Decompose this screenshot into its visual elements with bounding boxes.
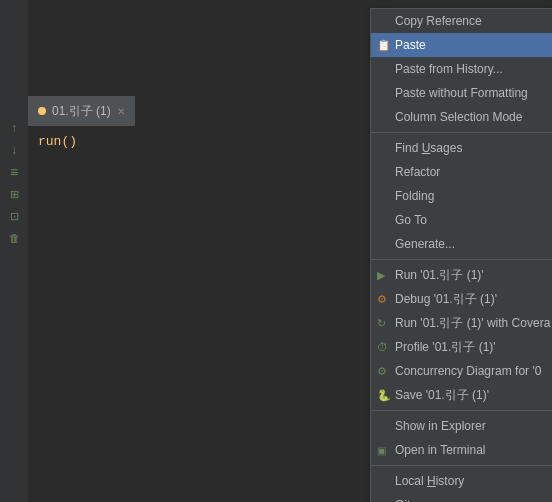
gutter-icon-box[interactable]: ⊡ [6, 208, 22, 224]
open-terminal-label: Open in Terminal [395, 443, 486, 457]
column-selection-label: Column Selection Mode [395, 110, 522, 124]
top-hint-area [28, 0, 48, 96]
paste-label: Paste [395, 38, 426, 52]
menu-item-paste-history[interactable]: Paste from History... [371, 57, 552, 81]
profile-label: Profile '01.引子 (1)' [395, 339, 496, 356]
paste-no-format-label: Paste without Formatting [395, 86, 528, 100]
menu-item-open-terminal[interactable]: ▣ Open in Terminal [371, 438, 552, 462]
menu-item-debug[interactable]: ⚙ Debug '01.引子 (1)' [371, 287, 552, 311]
concurrency-icon: ⚙ [377, 365, 387, 378]
menu-item-git[interactable]: Git [371, 493, 552, 502]
menu-item-run-coverage[interactable]: ↻ Run '01.引子 (1)' with Covera [371, 311, 552, 335]
menu-item-generate[interactable]: Generate... [371, 232, 552, 256]
menu-item-go-to[interactable]: Go To [371, 208, 552, 232]
menu-item-profile[interactable]: ⏱ Profile '01.引子 (1)' [371, 335, 552, 359]
gutter-icon-grid[interactable]: ⊞ [6, 186, 22, 202]
separator-1 [371, 132, 552, 133]
menu-item-copy-reference[interactable]: Copy Reference [371, 9, 552, 33]
menu-item-refactor[interactable]: Refactor [371, 160, 552, 184]
git-label: Git [395, 498, 410, 502]
gutter-icon-down[interactable]: ↓ [6, 142, 22, 158]
menu-item-paste-no-format[interactable]: Paste without Formatting [371, 81, 552, 105]
run-label: Run '01.引子 (1)' [395, 267, 484, 284]
python-dot-icon [38, 107, 46, 115]
run-icon: ▶ [377, 269, 385, 282]
save-python-icon: 🐍 [377, 389, 391, 402]
menu-item-paste[interactable]: 📋 Paste [371, 33, 552, 57]
code-line: run() [38, 134, 77, 149]
separator-3 [371, 410, 552, 411]
menu-item-find-usages[interactable]: Find Usages [371, 136, 552, 160]
debug-label: Debug '01.引子 (1)' [395, 291, 497, 308]
copy-reference-label: Copy Reference [395, 14, 482, 28]
show-explorer-label: Show in Explorer [395, 419, 486, 433]
menu-item-show-explorer[interactable]: Show in Explorer [371, 414, 552, 438]
gutter-icon-lines[interactable]: ≡ [6, 164, 22, 180]
separator-2 [371, 259, 552, 260]
run-coverage-label: Run '01.引子 (1)' with Covera [395, 315, 550, 332]
coverage-icon: ↻ [377, 317, 386, 330]
menu-item-save[interactable]: 🐍 Save '01.引子 (1)' [371, 383, 552, 407]
go-to-label: Go To [395, 213, 427, 227]
tab-bar: 01.引子 (1) ✕ [28, 96, 135, 126]
menu-item-run[interactable]: ▶ Run '01.引子 (1)' [371, 263, 552, 287]
paste-history-label: Paste from History... [395, 62, 503, 76]
terminal-icon: ▣ [377, 445, 386, 456]
menu-item-local-history[interactable]: Local History [371, 469, 552, 493]
find-usages-label: Find Usages [395, 141, 462, 155]
local-history-label: Local History [395, 474, 464, 488]
paste-icon: 📋 [377, 39, 391, 52]
menu-item-column-selection[interactable]: Column Selection Mode [371, 105, 552, 129]
editor-content: run() [28, 126, 87, 157]
tab-close-icon[interactable]: ✕ [117, 106, 125, 117]
debug-icon: ⚙ [377, 293, 387, 306]
folding-label: Folding [395, 189, 434, 203]
context-menu: Copy Reference 📋 Paste Paste from Histor… [370, 8, 552, 502]
tab-item[interactable]: 01.引子 (1) ✕ [28, 96, 135, 126]
left-gutter: ↑ ↓ ≡ ⊞ ⊡ 🗑 [0, 0, 28, 502]
save-label: Save '01.引子 (1)' [395, 387, 489, 404]
gutter-icon-trash[interactable]: 🗑 [6, 230, 22, 246]
menu-item-concurrency[interactable]: ⚙ Concurrency Diagram for '0 [371, 359, 552, 383]
concurrency-label: Concurrency Diagram for '0 [395, 364, 541, 378]
profile-icon: ⏱ [377, 341, 388, 353]
refactor-label: Refactor [395, 165, 440, 179]
generate-label: Generate... [395, 237, 455, 251]
tab-label: 01.引子 (1) [52, 103, 111, 120]
separator-4 [371, 465, 552, 466]
gutter-icon-up[interactable]: ↑ [6, 120, 22, 136]
menu-item-folding[interactable]: Folding [371, 184, 552, 208]
